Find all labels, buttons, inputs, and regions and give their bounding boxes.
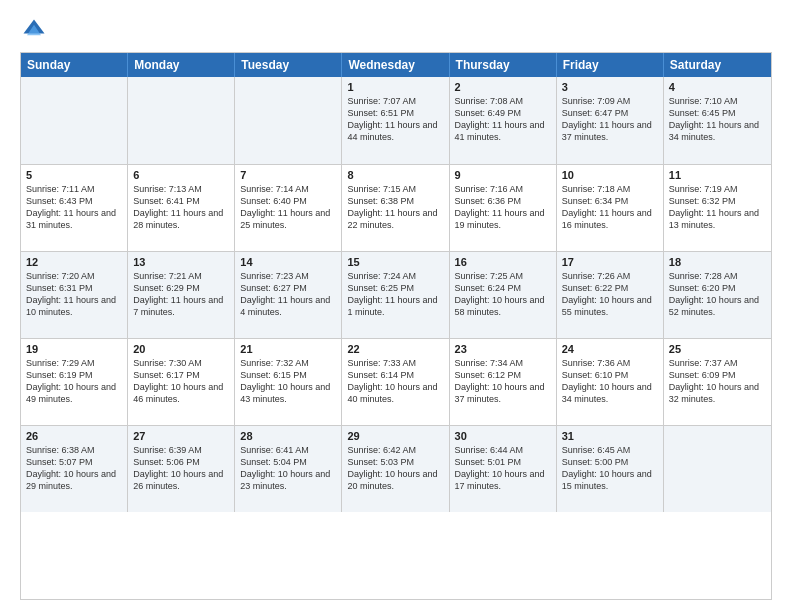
day-cell-30: 30Sunrise: 6:44 AM Sunset: 5:01 PM Dayli…	[450, 426, 557, 512]
day-number: 2	[455, 81, 551, 93]
day-cell-26: 26Sunrise: 6:38 AM Sunset: 5:07 PM Dayli…	[21, 426, 128, 512]
day-number: 13	[133, 256, 229, 268]
cell-info: Sunrise: 7:23 AM Sunset: 6:27 PM Dayligh…	[240, 270, 336, 319]
day-number: 29	[347, 430, 443, 442]
day-number: 8	[347, 169, 443, 181]
cell-info: Sunrise: 7:30 AM Sunset: 6:17 PM Dayligh…	[133, 357, 229, 406]
cell-info: Sunrise: 7:09 AM Sunset: 6:47 PM Dayligh…	[562, 95, 658, 144]
day-number: 17	[562, 256, 658, 268]
day-cell-23: 23Sunrise: 7:34 AM Sunset: 6:12 PM Dayli…	[450, 339, 557, 425]
logo-icon	[20, 16, 48, 44]
day-number: 10	[562, 169, 658, 181]
cell-info: Sunrise: 6:42 AM Sunset: 5:03 PM Dayligh…	[347, 444, 443, 493]
cell-info: Sunrise: 7:25 AM Sunset: 6:24 PM Dayligh…	[455, 270, 551, 319]
day-number: 30	[455, 430, 551, 442]
empty-cell	[664, 426, 771, 512]
cell-info: Sunrise: 6:45 AM Sunset: 5:00 PM Dayligh…	[562, 444, 658, 493]
day-cell-25: 25Sunrise: 7:37 AM Sunset: 6:09 PM Dayli…	[664, 339, 771, 425]
day-number: 3	[562, 81, 658, 93]
week-row-3: 12Sunrise: 7:20 AM Sunset: 6:31 PM Dayli…	[21, 251, 771, 338]
cell-info: Sunrise: 7:20 AM Sunset: 6:31 PM Dayligh…	[26, 270, 122, 319]
cell-info: Sunrise: 7:36 AM Sunset: 6:10 PM Dayligh…	[562, 357, 658, 406]
header-day-sunday: Sunday	[21, 53, 128, 77]
day-cell-12: 12Sunrise: 7:20 AM Sunset: 6:31 PM Dayli…	[21, 252, 128, 338]
day-cell-22: 22Sunrise: 7:33 AM Sunset: 6:14 PM Dayli…	[342, 339, 449, 425]
day-cell-13: 13Sunrise: 7:21 AM Sunset: 6:29 PM Dayli…	[128, 252, 235, 338]
day-cell-15: 15Sunrise: 7:24 AM Sunset: 6:25 PM Dayli…	[342, 252, 449, 338]
day-number: 25	[669, 343, 766, 355]
day-number: 31	[562, 430, 658, 442]
day-number: 19	[26, 343, 122, 355]
day-number: 28	[240, 430, 336, 442]
empty-cell	[235, 77, 342, 164]
cell-info: Sunrise: 7:07 AM Sunset: 6:51 PM Dayligh…	[347, 95, 443, 144]
day-number: 20	[133, 343, 229, 355]
logo	[20, 16, 52, 44]
header-day-friday: Friday	[557, 53, 664, 77]
day-cell-21: 21Sunrise: 7:32 AM Sunset: 6:15 PM Dayli…	[235, 339, 342, 425]
cell-info: Sunrise: 7:29 AM Sunset: 6:19 PM Dayligh…	[26, 357, 122, 406]
cell-info: Sunrise: 6:44 AM Sunset: 5:01 PM Dayligh…	[455, 444, 551, 493]
day-cell-11: 11Sunrise: 7:19 AM Sunset: 6:32 PM Dayli…	[664, 165, 771, 251]
day-number: 16	[455, 256, 551, 268]
day-cell-16: 16Sunrise: 7:25 AM Sunset: 6:24 PM Dayli…	[450, 252, 557, 338]
week-row-5: 26Sunrise: 6:38 AM Sunset: 5:07 PM Dayli…	[21, 425, 771, 512]
day-cell-24: 24Sunrise: 7:36 AM Sunset: 6:10 PM Dayli…	[557, 339, 664, 425]
empty-cell	[128, 77, 235, 164]
cell-info: Sunrise: 7:16 AM Sunset: 6:36 PM Dayligh…	[455, 183, 551, 232]
day-cell-29: 29Sunrise: 6:42 AM Sunset: 5:03 PM Dayli…	[342, 426, 449, 512]
calendar-header-row: SundayMondayTuesdayWednesdayThursdayFrid…	[21, 53, 771, 77]
day-cell-5: 5Sunrise: 7:11 AM Sunset: 6:43 PM Daylig…	[21, 165, 128, 251]
cell-info: Sunrise: 7:33 AM Sunset: 6:14 PM Dayligh…	[347, 357, 443, 406]
day-cell-20: 20Sunrise: 7:30 AM Sunset: 6:17 PM Dayli…	[128, 339, 235, 425]
day-number: 26	[26, 430, 122, 442]
day-number: 12	[26, 256, 122, 268]
day-cell-7: 7Sunrise: 7:14 AM Sunset: 6:40 PM Daylig…	[235, 165, 342, 251]
cell-info: Sunrise: 6:41 AM Sunset: 5:04 PM Dayligh…	[240, 444, 336, 493]
cell-info: Sunrise: 7:26 AM Sunset: 6:22 PM Dayligh…	[562, 270, 658, 319]
day-cell-4: 4Sunrise: 7:10 AM Sunset: 6:45 PM Daylig…	[664, 77, 771, 164]
day-number: 24	[562, 343, 658, 355]
day-number: 27	[133, 430, 229, 442]
cell-info: Sunrise: 7:11 AM Sunset: 6:43 PM Dayligh…	[26, 183, 122, 232]
day-number: 22	[347, 343, 443, 355]
header-day-tuesday: Tuesday	[235, 53, 342, 77]
day-cell-10: 10Sunrise: 7:18 AM Sunset: 6:34 PM Dayli…	[557, 165, 664, 251]
day-number: 9	[455, 169, 551, 181]
day-number: 18	[669, 256, 766, 268]
header-day-wednesday: Wednesday	[342, 53, 449, 77]
cell-info: Sunrise: 7:13 AM Sunset: 6:41 PM Dayligh…	[133, 183, 229, 232]
cell-info: Sunrise: 7:32 AM Sunset: 6:15 PM Dayligh…	[240, 357, 336, 406]
header-day-thursday: Thursday	[450, 53, 557, 77]
day-cell-17: 17Sunrise: 7:26 AM Sunset: 6:22 PM Dayli…	[557, 252, 664, 338]
cell-info: Sunrise: 7:21 AM Sunset: 6:29 PM Dayligh…	[133, 270, 229, 319]
day-cell-27: 27Sunrise: 6:39 AM Sunset: 5:06 PM Dayli…	[128, 426, 235, 512]
calendar-body: 1Sunrise: 7:07 AM Sunset: 6:51 PM Daylig…	[21, 77, 771, 599]
cell-info: Sunrise: 7:28 AM Sunset: 6:20 PM Dayligh…	[669, 270, 766, 319]
calendar: SundayMondayTuesdayWednesdayThursdayFrid…	[20, 52, 772, 600]
day-number: 23	[455, 343, 551, 355]
day-number: 14	[240, 256, 336, 268]
header-day-saturday: Saturday	[664, 53, 771, 77]
day-cell-6: 6Sunrise: 7:13 AM Sunset: 6:41 PM Daylig…	[128, 165, 235, 251]
day-number: 6	[133, 169, 229, 181]
day-cell-1: 1Sunrise: 7:07 AM Sunset: 6:51 PM Daylig…	[342, 77, 449, 164]
cell-info: Sunrise: 7:14 AM Sunset: 6:40 PM Dayligh…	[240, 183, 336, 232]
cell-info: Sunrise: 7:10 AM Sunset: 6:45 PM Dayligh…	[669, 95, 766, 144]
cell-info: Sunrise: 6:39 AM Sunset: 5:06 PM Dayligh…	[133, 444, 229, 493]
cell-info: Sunrise: 7:24 AM Sunset: 6:25 PM Dayligh…	[347, 270, 443, 319]
cell-info: Sunrise: 6:38 AM Sunset: 5:07 PM Dayligh…	[26, 444, 122, 493]
cell-info: Sunrise: 7:19 AM Sunset: 6:32 PM Dayligh…	[669, 183, 766, 232]
cell-info: Sunrise: 7:37 AM Sunset: 6:09 PM Dayligh…	[669, 357, 766, 406]
cell-info: Sunrise: 7:15 AM Sunset: 6:38 PM Dayligh…	[347, 183, 443, 232]
cell-info: Sunrise: 7:34 AM Sunset: 6:12 PM Dayligh…	[455, 357, 551, 406]
cell-info: Sunrise: 7:08 AM Sunset: 6:49 PM Dayligh…	[455, 95, 551, 144]
week-row-2: 5Sunrise: 7:11 AM Sunset: 6:43 PM Daylig…	[21, 164, 771, 251]
week-row-1: 1Sunrise: 7:07 AM Sunset: 6:51 PM Daylig…	[21, 77, 771, 164]
day-cell-3: 3Sunrise: 7:09 AM Sunset: 6:47 PM Daylig…	[557, 77, 664, 164]
day-cell-31: 31Sunrise: 6:45 AM Sunset: 5:00 PM Dayli…	[557, 426, 664, 512]
week-row-4: 19Sunrise: 7:29 AM Sunset: 6:19 PM Dayli…	[21, 338, 771, 425]
cell-info: Sunrise: 7:18 AM Sunset: 6:34 PM Dayligh…	[562, 183, 658, 232]
empty-cell	[21, 77, 128, 164]
day-cell-18: 18Sunrise: 7:28 AM Sunset: 6:20 PM Dayli…	[664, 252, 771, 338]
